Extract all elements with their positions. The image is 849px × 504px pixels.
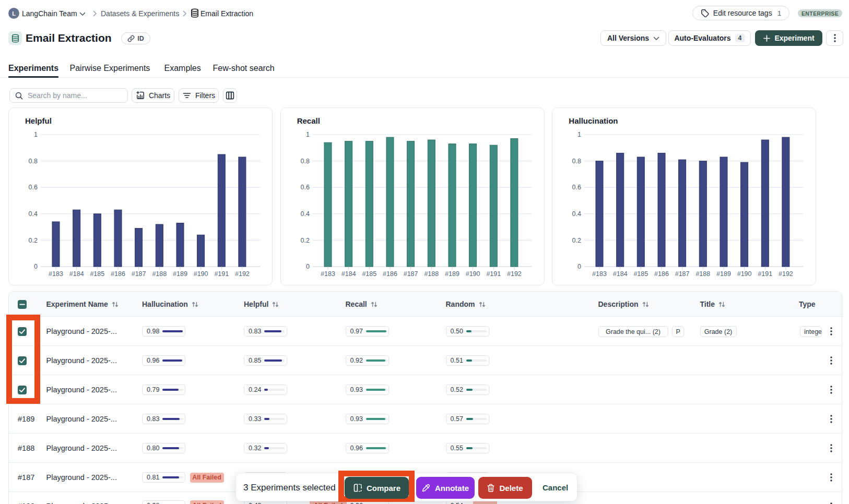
svg-text:#188: #188 <box>424 270 439 278</box>
svg-text:0: 0 <box>306 263 310 270</box>
svg-text:0.6: 0.6 <box>29 184 38 191</box>
svg-text:#185: #185 <box>362 270 376 278</box>
svg-text:0.8: 0.8 <box>572 158 581 165</box>
svg-text:#184: #184 <box>341 270 356 278</box>
svg-text:#191: #191 <box>486 270 501 278</box>
svg-text:#187: #187 <box>403 270 418 278</box>
svg-text:#190: #190 <box>194 270 208 278</box>
svg-text:#183: #183 <box>49 270 63 278</box>
svg-text:#192: #192 <box>779 270 793 278</box>
svg-text:#187: #187 <box>132 270 146 278</box>
svg-text:#183: #183 <box>592 270 607 278</box>
svg-text:#186: #186 <box>654 270 669 278</box>
svg-text:#186: #186 <box>111 270 125 278</box>
svg-text:1: 1 <box>34 131 38 138</box>
svg-text:0: 0 <box>577 263 581 270</box>
svg-text:1: 1 <box>306 131 310 138</box>
svg-text:0.4: 0.4 <box>29 210 38 218</box>
svg-text:#188: #188 <box>152 270 167 278</box>
svg-text:#190: #190 <box>465 270 480 278</box>
svg-text:#184: #184 <box>613 270 628 278</box>
svg-text:1: 1 <box>577 131 581 138</box>
svg-text:0.2: 0.2 <box>572 237 581 244</box>
svg-text:0.2: 0.2 <box>300 237 309 244</box>
svg-text:#189: #189 <box>173 270 187 278</box>
svg-text:#185: #185 <box>90 270 104 278</box>
svg-text:#185: #185 <box>634 270 648 278</box>
svg-text:#191: #191 <box>214 270 229 278</box>
svg-text:0.6: 0.6 <box>300 184 309 191</box>
svg-text:0.8: 0.8 <box>29 158 38 165</box>
svg-text:#189: #189 <box>716 270 731 278</box>
svg-text:#192: #192 <box>235 270 250 278</box>
svg-text:#190: #190 <box>737 270 752 278</box>
svg-text:#187: #187 <box>675 270 690 278</box>
svg-text:#183: #183 <box>321 270 335 278</box>
svg-text:#191: #191 <box>758 270 773 278</box>
svg-text:0.4: 0.4 <box>300 210 309 218</box>
svg-text:#186: #186 <box>383 270 397 278</box>
svg-text:0.6: 0.6 <box>572 184 581 191</box>
svg-text:#188: #188 <box>696 270 711 278</box>
svg-text:#189: #189 <box>445 270 459 278</box>
svg-text:0: 0 <box>34 263 38 270</box>
svg-text:0.8: 0.8 <box>300 158 309 165</box>
svg-text:0.2: 0.2 <box>29 237 38 244</box>
svg-text:#184: #184 <box>69 270 84 278</box>
svg-text:0.4: 0.4 <box>572 210 581 218</box>
svg-text:#192: #192 <box>507 270 522 278</box>
